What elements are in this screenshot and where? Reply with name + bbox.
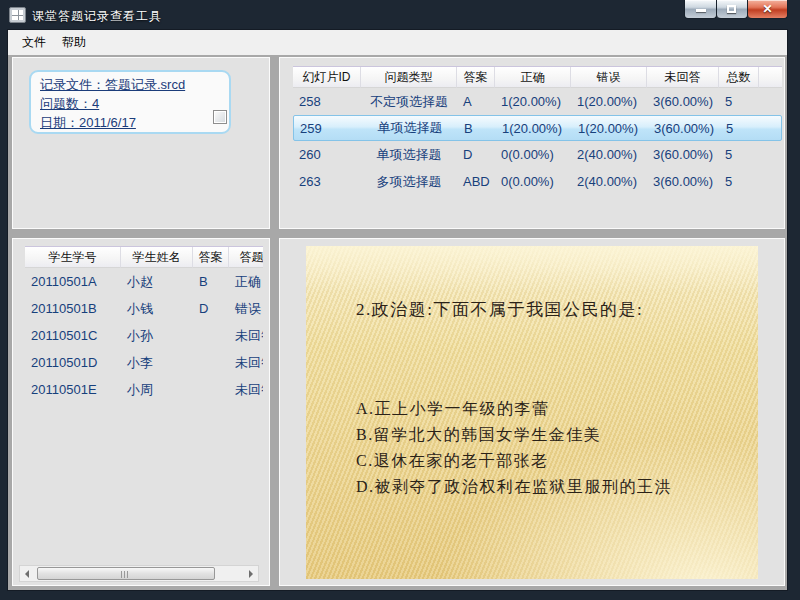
horizontal-scrollbar[interactable]	[19, 565, 259, 582]
cell-answer-status: 正确	[229, 273, 263, 291]
cell-slide-id: 260	[293, 147, 361, 162]
cell-unanswered: 3(60.00%)	[647, 94, 719, 109]
scroll-left-button[interactable]	[20, 566, 36, 581]
cell-student-id: 20110501D	[25, 355, 121, 370]
column-header-total[interactable]: 总数	[719, 67, 759, 88]
student-row[interactable]: 20110501C 小孙 未回答	[25, 322, 263, 349]
cell-question-type: 多项选择题	[361, 173, 457, 191]
cell-wrong: 1(20.00%)	[572, 121, 648, 136]
record-file-label: 记录文件：答题记录.srcd	[40, 75, 220, 94]
column-header-student-answer[interactable]: 答案	[193, 247, 229, 268]
cell-answer-status: 未回答	[229, 327, 263, 345]
client-area: 文件 帮助 记录文件：答题记录.srcd 问题数：4 日期：2011/6/17 …	[8, 30, 787, 590]
workspace: 记录文件：答题记录.srcd 问题数：4 日期：2011/6/17 幻灯片ID …	[8, 55, 787, 590]
column-header-correct[interactable]: 正确	[495, 67, 571, 88]
cell-total: 5	[719, 147, 759, 162]
student-row[interactable]: 20110501A 小赵 B 正确	[25, 268, 263, 295]
titlebar[interactable]: 课堂答题记录查看工具 ✕	[0, 0, 800, 30]
close-icon: ✕	[748, 2, 787, 16]
questions-panel: 幻灯片ID 问题类型 答案 正确 错误 未回答 总数 258 不定项选择题 A …	[279, 57, 785, 229]
window-title: 课堂答题记录查看工具	[32, 8, 162, 25]
questions-table: 幻灯片ID 问题类型 答案 正确 错误 未回答 总数 258 不定项选择题 A …	[293, 66, 782, 195]
cell-total: 5	[719, 94, 759, 109]
date-label: 日期：2011/6/17	[40, 113, 220, 132]
column-header-unanswered[interactable]: 未回答	[647, 67, 719, 88]
question-count-label: 问题数：4	[40, 94, 220, 113]
cell-correct: 1(20.00%)	[496, 121, 572, 136]
slide-preview-panel: 2.政治题:下面不属于我国公民的是: A.正上小学一年级的李蕾 B.留学北大的韩…	[279, 238, 785, 586]
scroll-left-icon	[25, 570, 29, 578]
cell-student-id: 20110501C	[25, 328, 121, 343]
cell-student-id: 20110501E	[25, 382, 121, 397]
students-table: 学生学号 学生姓名 答案 答题状态 20110501A 小赵 B 正确 2011…	[25, 246, 263, 403]
column-header-wrong[interactable]: 错误	[571, 67, 647, 88]
column-header-filler	[759, 67, 782, 88]
students-table-viewport: 学生学号 学生姓名 答案 答题状态 20110501A 小赵 B 正确 2011…	[25, 246, 263, 403]
cell-total: 5	[719, 174, 759, 189]
scrollbar-thumb[interactable]	[37, 567, 215, 580]
slide-question-text: 2.政治题:下面不属于我国公民的是:	[356, 298, 643, 321]
student-row[interactable]: 20110501E 小周 未回答	[25, 376, 263, 403]
cell-answer: A	[457, 94, 495, 109]
cell-student-name: 小周	[121, 381, 193, 399]
cell-wrong: 1(20.00%)	[571, 94, 647, 109]
cell-unanswered: 3(60.00%)	[647, 147, 719, 162]
cell-question-type: 单项选择题	[361, 146, 457, 164]
students-panel: 学生学号 学生姓名 答案 答题状态 20110501A 小赵 B 正确 2011…	[12, 238, 270, 586]
column-header-student-name[interactable]: 学生姓名	[121, 247, 193, 268]
minimize-icon	[696, 9, 706, 12]
cell-answer: B	[458, 121, 496, 136]
question-row[interactable]: 258 不定项选择题 A 1(20.00%) 1(20.00%) 3(60.00…	[293, 88, 782, 115]
cell-slide-id: 258	[293, 94, 361, 109]
cell-wrong: 2(40.00%)	[571, 147, 647, 162]
cell-unanswered: 3(60.00%)	[647, 174, 719, 189]
question-row[interactable]: 260 单项选择题 D 0(0.00%) 2(40.00%) 3(60.00%)…	[293, 141, 782, 168]
cell-answer-status: 未回答	[229, 354, 263, 372]
column-header-slide-id[interactable]: 幻灯片ID	[293, 67, 361, 88]
column-header-answer[interactable]: 答案	[457, 67, 495, 88]
maximize-icon	[727, 5, 736, 13]
record-info-panel: 记录文件：答题记录.srcd 问题数：4 日期：2011/6/17	[12, 57, 270, 229]
question-row[interactable]: 263 多项选择题 ABD 0(0.00%) 2(40.00%) 3(60.00…	[293, 168, 782, 195]
cell-student-name: 小孙	[121, 327, 193, 345]
cell-unanswered: 3(60.00%)	[648, 121, 720, 136]
column-header-answer-status[interactable]: 答题状态	[229, 247, 263, 268]
cell-answer-status: 错误	[229, 300, 263, 318]
slide-option-b: B.留学北大的韩国女学生金佳美	[356, 422, 672, 448]
cell-student-name: 小李	[121, 354, 193, 372]
cell-student-id: 20110501A	[25, 274, 121, 289]
slide-options-text: A.正上小学一年级的李蕾 B.留学北大的韩国女学生金佳美 C.退休在家的老干部张…	[356, 396, 672, 500]
maximize-button[interactable]	[717, 0, 748, 19]
scroll-right-button[interactable]	[242, 566, 258, 581]
student-row[interactable]: 20110501B 小钱 D 错误	[25, 295, 263, 322]
menu-file[interactable]: 文件	[14, 31, 54, 54]
student-row[interactable]: 20110501D 小李 未回答	[25, 349, 263, 376]
close-button[interactable]: ✕	[748, 0, 788, 19]
question-row-selected[interactable]: 259 单项选择题 B 1(20.00%) 1(20.00%) 3(60.00%…	[293, 115, 782, 141]
cell-correct: 0(0.00%)	[495, 174, 571, 189]
cell-wrong: 2(40.00%)	[571, 174, 647, 189]
cell-question-type: 不定项选择题	[361, 93, 457, 111]
scrollbar-grip-icon	[121, 571, 130, 578]
questions-table-header: 幻灯片ID 问题类型 答案 正确 错误 未回答 总数	[293, 66, 782, 88]
menu-help[interactable]: 帮助	[54, 31, 94, 54]
cell-answer: ABD	[457, 174, 495, 189]
slide-preview: 2.政治题:下面不属于我国公民的是: A.正上小学一年级的李蕾 B.留学北大的韩…	[306, 246, 758, 579]
cell-slide-id: 263	[293, 174, 361, 189]
cell-student-name: 小钱	[121, 300, 193, 318]
minimize-button[interactable]	[684, 0, 717, 19]
cell-student-name: 小赵	[121, 273, 193, 291]
cell-answer-status: 未回答	[229, 381, 263, 399]
students-table-header: 学生学号 学生姓名 答案 答题状态	[25, 246, 263, 268]
cell-student-answer: D	[193, 301, 229, 316]
cell-student-id: 20110501B	[25, 301, 121, 316]
slide-option-c: C.退休在家的老干部张老	[356, 448, 672, 474]
slide-option-a: A.正上小学一年级的李蕾	[356, 396, 672, 422]
info-checkbox[interactable]	[213, 110, 227, 124]
column-header-question-type[interactable]: 问题类型	[361, 67, 457, 88]
scroll-right-icon	[249, 570, 253, 578]
cell-total: 5	[720, 121, 760, 136]
cell-question-type: 单项选择题	[362, 119, 458, 137]
slide-option-d: D.被剥夺了政治权利在监狱里服刑的王洪	[356, 474, 672, 500]
column-header-student-id[interactable]: 学生学号	[25, 247, 121, 268]
